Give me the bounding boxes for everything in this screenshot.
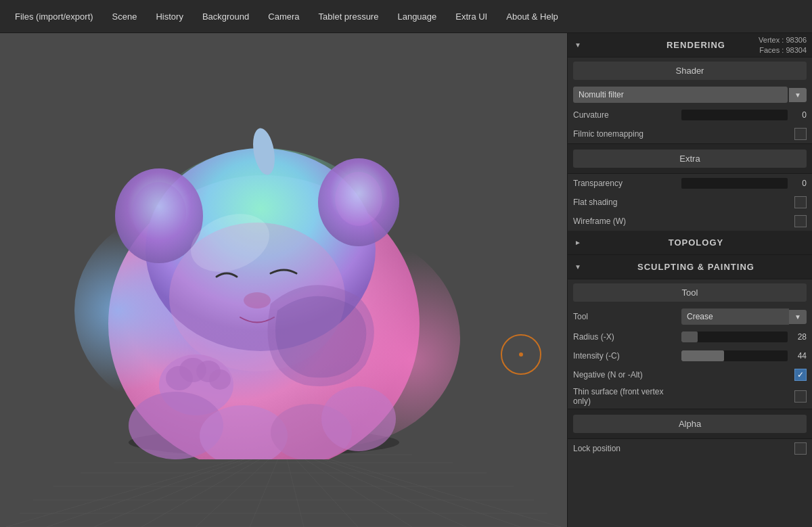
tool-select[interactable]: Crease <box>681 308 789 325</box>
curvature-value: 0 <box>790 110 807 120</box>
menu-history[interactable]: History <box>148 7 191 26</box>
topology-title: TOPOLOGY <box>587 237 805 248</box>
shader-dropdown-row: Nomulti filter ▼ <box>573 87 807 103</box>
sculpting-collapse-icon[interactable]: ▼ <box>574 263 581 271</box>
intensity-slider[interactable] <box>681 350 788 361</box>
rendering-section-header[interactable]: ▼ RENDERING Vertex : 98306 Faces : 98304 <box>568 33 812 58</box>
vertex-label: Vertex : 98306 <box>759 35 807 45</box>
transparency-label: Transparency <box>573 179 681 188</box>
intensity-label: Intensity (-C) <box>573 351 681 361</box>
filmic-row: Filmic tonemapping <box>568 124 812 143</box>
vertex-info: Vertex : 98306 Faces : 98304 <box>759 35 807 55</box>
intensity-value: 44 <box>790 351 807 361</box>
shader-dropdown-arrow[interactable]: ▼ <box>789 88 807 102</box>
extra-button[interactable]: Extra <box>573 150 807 168</box>
lock-position-checkbox[interactable] <box>794 442 807 455</box>
wireframe-checkbox[interactable] <box>794 215 807 227</box>
lock-position-label: Lock position <box>573 444 681 453</box>
svg-point-36 <box>209 369 231 390</box>
tool-label: Tool <box>573 312 681 321</box>
menu-tablet[interactable]: Tablet pressure <box>311 7 387 26</box>
thin-surface-row: Thin surface (front vertex only) <box>568 384 812 409</box>
transparency-row: Transparency 0 <box>568 174 812 193</box>
curvature-slider[interactable] <box>681 110 788 120</box>
tool-dropdown-arrow[interactable]: ▼ <box>789 310 807 324</box>
menu-language[interactable]: Language <box>389 7 445 26</box>
faces-label: Faces : 98304 <box>759 45 807 55</box>
radius-slider-container: 28 <box>681 331 807 342</box>
filmic-checkbox[interactable] <box>794 128 807 140</box>
svg-point-31 <box>244 292 271 308</box>
transparency-slider-container: 0 <box>681 178 807 189</box>
rendering-collapse-icon[interactable]: ▼ <box>574 41 581 49</box>
svg-point-26 <box>132 182 186 243</box>
intensity-row: Intensity (-C) 44 <box>568 346 812 365</box>
curvature-row: Curvature 0 <box>568 106 812 124</box>
extra-section: Extra <box>568 143 812 174</box>
right-panel: ▼ RENDERING Vertex : 98306 Faces : 98304… <box>567 33 812 527</box>
lock-position-row: Lock position <box>568 439 812 458</box>
curvature-slider-container: 0 <box>681 110 807 120</box>
menu-background[interactable]: Background <box>194 7 257 26</box>
wireframe-label: Wireframe (W) <box>573 216 681 226</box>
svg-point-28 <box>335 172 382 226</box>
transparency-value: 0 <box>790 179 807 188</box>
curvature-label: Curvature <box>573 110 681 120</box>
tool-button[interactable]: Tool <box>573 283 807 302</box>
viewport[interactable] <box>0 33 567 527</box>
transparency-slider[interactable] <box>681 178 788 189</box>
menu-scene[interactable]: Scene <box>104 7 145 26</box>
flat-shading-row: Flat shading <box>568 193 812 212</box>
brush-cursor-dot <box>519 352 523 357</box>
sculpting-title: SCULPTING & PAINTING <box>587 262 805 272</box>
topology-section-header[interactable]: ► TOPOLOGY <box>568 231 812 255</box>
shader-button[interactable]: Shader <box>573 62 807 80</box>
intensity-slider-container: 44 <box>681 350 807 361</box>
sculpting-section-header[interactable]: ▼ SCULPTING & PAINTING <box>568 255 812 279</box>
menu-files[interactable]: Files (import/export) <box>7 7 102 26</box>
radius-value: 28 <box>790 332 807 342</box>
main-layout: ▼ RENDERING Vertex : 98306 Faces : 98304… <box>0 33 812 527</box>
wireframe-row: Wireframe (W) <box>568 212 812 231</box>
flat-shading-checkbox[interactable] <box>794 196 807 208</box>
brush-cursor <box>501 334 541 375</box>
topology-expand-icon[interactable]: ► <box>574 239 581 246</box>
alpha-button[interactable]: Alpha <box>573 415 807 433</box>
negative-label: Negative (N or -Alt) <box>573 370 681 380</box>
flat-shading-label: Flat shading <box>573 198 681 207</box>
thin-surface-label: Thin surface (front vertex only) <box>573 387 681 406</box>
menu-extra-ui[interactable]: Extra UI <box>447 7 495 26</box>
tool-dropdown-container: Crease ▼ <box>681 308 807 325</box>
menu-bar: Files (import/export) Scene History Back… <box>0 0 812 33</box>
filmic-label: Filmic tonemapping <box>573 129 681 139</box>
menu-camera[interactable]: Camera <box>260 7 307 26</box>
radius-label: Radius (-X) <box>573 332 681 342</box>
shader-select[interactable]: Nomulti filter <box>573 87 788 103</box>
radius-row: Radius (-X) 28 <box>568 327 812 346</box>
alpha-section: Alpha <box>568 409 812 439</box>
negative-checkbox[interactable]: ✓ <box>794 369 807 381</box>
tool-row: Tool Crease ▼ <box>568 306 812 327</box>
negative-row: Negative (N or -Alt) ✓ <box>568 365 812 384</box>
thin-surface-checkbox[interactable] <box>794 390 807 403</box>
menu-about[interactable]: About & Help <box>498 7 566 26</box>
svg-point-40 <box>321 386 396 451</box>
radius-slider[interactable] <box>681 331 788 342</box>
negative-checkmark: ✓ <box>797 370 804 380</box>
3d-model <box>54 67 474 459</box>
